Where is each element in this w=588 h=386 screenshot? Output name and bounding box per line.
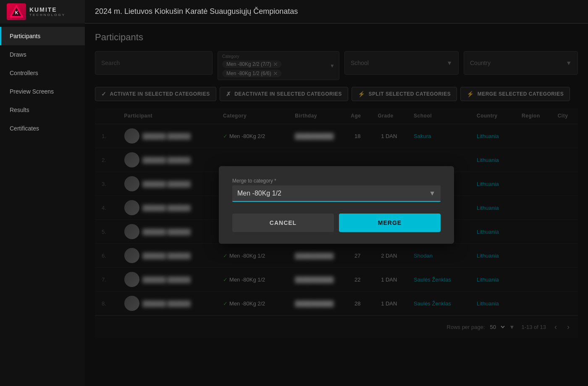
event-title: 2024 m. Lietuvos Kiokušin Karatė Suaugus… (95, 7, 298, 16)
logo-brand: KUMITE (29, 7, 66, 13)
merge-modal: Merge to category * Men -80Kg 1/2 Men -8… (219, 166, 454, 244)
sidebar-nav: Participants Draws Controllers Preview S… (0, 23, 85, 386)
sidebar-item-label: Certificates (10, 125, 39, 132)
sidebar-item-label: Participants (10, 33, 40, 39)
modal-field-label: Merge to category * (232, 178, 441, 184)
logo-text-group: KUMITE TECHNOLOGY (29, 7, 66, 17)
logo-subtext: TECHNOLOGY (29, 13, 66, 17)
merge-button[interactable]: MERGE (339, 214, 441, 232)
logo-icon: K (7, 3, 26, 20)
top-bar: 2024 m. Lietuvos Kiokušin Karatė Suaugus… (85, 0, 588, 23)
sidebar-item-controllers[interactable]: Controllers (0, 64, 85, 82)
sidebar-item-label: Controllers (10, 70, 38, 76)
merge-category-select[interactable]: Men -80Kg 1/2 Men -80Kg 2/2 (232, 185, 441, 202)
modal-overlay[interactable]: Merge to category * Men -80Kg 1/2 Men -8… (85, 23, 588, 386)
modal-buttons: CANCEL MERGE (232, 214, 441, 232)
sidebar-item-label: Preview Screens (10, 88, 54, 95)
sidebar-item-label: Draws (10, 51, 26, 58)
sidebar: K KUMITE TECHNOLOGY Participants Draws C… (0, 0, 85, 386)
main-content: 2024 m. Lietuvos Kiokušin Karatė Suaugus… (85, 0, 588, 386)
sidebar-item-participants[interactable]: Participants (0, 27, 85, 45)
modal-select-wrapper: Men -80Kg 1/2 Men -80Kg 2/2 ▼ (232, 185, 441, 202)
cancel-button[interactable]: CANCEL (232, 214, 334, 232)
sidebar-item-label: Results (10, 107, 29, 113)
content-area: Participants Category Men -80Kg 2/2 (7/7… (85, 23, 588, 386)
logo-area[interactable]: K KUMITE TECHNOLOGY (0, 0, 85, 23)
sidebar-item-certificates[interactable]: Certificates (0, 119, 85, 138)
sidebar-item-preview[interactable]: Preview Screens (0, 82, 85, 101)
sidebar-item-draws[interactable]: Draws (0, 45, 85, 64)
sidebar-item-results[interactable]: Results (0, 101, 85, 119)
